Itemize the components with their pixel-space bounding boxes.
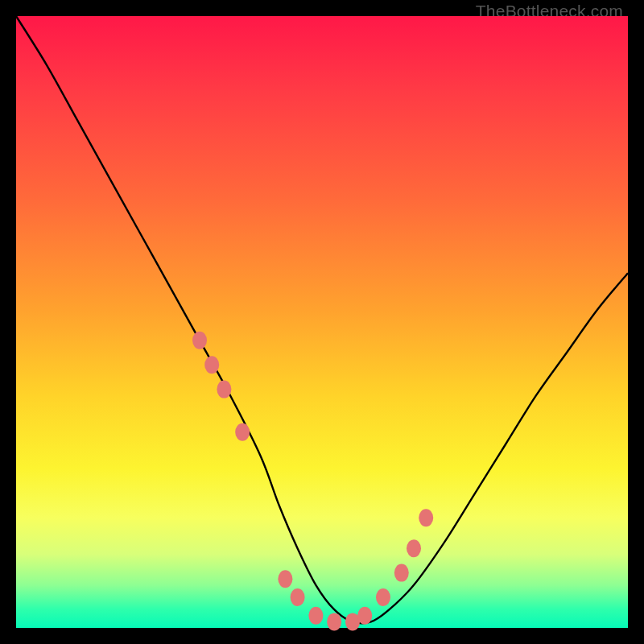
plot-area (16, 16, 628, 628)
chart-container: TheBottleneck.com (0, 0, 644, 644)
highlight-markers (192, 332, 433, 631)
marker-point (278, 570, 292, 588)
marker-point (327, 613, 341, 630)
curve-svg (16, 16, 628, 628)
marker-point (407, 539, 421, 557)
marker-point (192, 332, 207, 349)
marker-point (217, 381, 231, 398)
marker-point (419, 509, 433, 526)
marker-point (291, 588, 305, 606)
marker-point (308, 607, 323, 625)
marker-point (235, 423, 250, 441)
marker-point (376, 588, 390, 606)
marker-point (357, 607, 372, 625)
marker-point (204, 356, 219, 374)
bottleneck-curve (16, 16, 628, 623)
marker-point (394, 564, 409, 582)
